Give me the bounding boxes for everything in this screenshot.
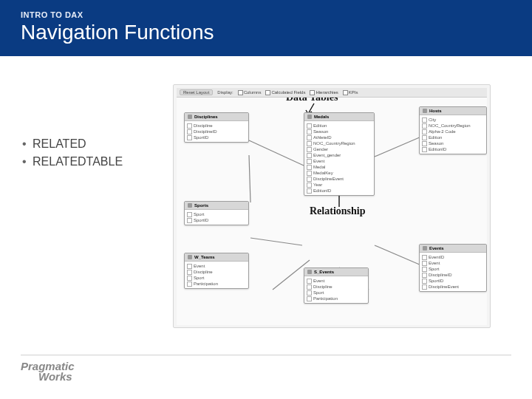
diagram-canvas: Data Tables Relationship Disciplines Dis… [177, 98, 487, 325]
field-item: Participation [187, 281, 246, 287]
field-item: Year [307, 182, 372, 188]
field-item: EventID [422, 254, 484, 260]
table-hosts[interactable]: Hosts City NOC_CountryRegion Alpha-2 Cod… [419, 106, 487, 154]
table-title: S_Events [314, 270, 334, 274]
bullet-column: RELATED RELATEDTABLE [22, 78, 170, 399]
field-item: DisciplineEvent [422, 284, 484, 290]
field-item: Sport [422, 266, 484, 272]
field-item: Edition [307, 123, 372, 129]
field-item: Sport [187, 275, 246, 281]
table-sports[interactable]: Sports Sport SportID [184, 201, 249, 225]
field-item: SportID [187, 217, 246, 223]
reset-layout-button[interactable]: Reset Layout [180, 89, 213, 95]
table-events[interactable]: Events EventID Event Sport DisciplineID … [419, 244, 487, 292]
field-item: MedalKey [307, 170, 372, 176]
diagram-toolbar: Reset Layout Display: Columns Calculated… [177, 88, 487, 98]
field-item: Gender [307, 146, 372, 152]
field-item: Participation [307, 296, 366, 301]
field-item: DisciplineID [422, 272, 484, 278]
kicker-text: INTRO TO DAX [21, 10, 511, 19]
field-item: Event_gender [307, 152, 372, 158]
field-item: NOC_CountryRegion [307, 140, 372, 146]
display-label: Display: [217, 90, 233, 95]
field-item: Event [422, 260, 484, 266]
field-item: NOC_CountryRegion [422, 123, 484, 129]
bullet-item: RELATEDTABLE [22, 155, 170, 168]
field-item: Season [307, 129, 372, 134]
field-item: Event [307, 278, 366, 284]
field-item: SportID [187, 134, 246, 140]
field-item: DisciplineEvent [307, 176, 372, 182]
field-item: Discipline [307, 284, 366, 290]
kpis-checkbox[interactable]: KPIs [343, 90, 358, 95]
bullet-list: RELATED RELATEDTABLE [22, 137, 170, 168]
diagram-column: Reset Layout Display: Columns Calculated… [170, 78, 532, 399]
slide-header: INTRO TO DAX Navigation Functions [0, 0, 532, 56]
page-title: Navigation Functions [21, 21, 511, 44]
table-title: Events [429, 246, 444, 250]
field-item: AthleteID [307, 134, 372, 140]
calcfields-checkbox[interactable]: Calculated Fields [265, 90, 305, 95]
table-disciplines[interactable]: Disciplines Discipline DisciplineID Spor… [184, 112, 249, 143]
table-title: Hosts [429, 109, 442, 113]
field-item: City [422, 117, 484, 123]
bullet-item: RELATED [22, 137, 170, 151]
diagram-screenshot: Reset Layout Display: Columns Calculated… [173, 84, 491, 328]
field-item: Edition [422, 134, 484, 140]
table-title: Sports [194, 203, 208, 208]
field-item: Discipline [187, 269, 246, 275]
table-sevents[interactable]: S_Events Event Discipline Sport Particip… [304, 267, 369, 304]
field-item: Medal [307, 164, 372, 170]
field-item: Event [187, 263, 246, 269]
slide-footer: Pragmatic Works [21, 355, 511, 381]
table-title: Disciplines [194, 115, 218, 119]
field-item: Alpha-2 Code [422, 129, 484, 134]
table-medals[interactable]: Medals Edition Season AthleteID NOC_Coun… [304, 112, 375, 196]
field-item: DisciplineID [187, 129, 246, 134]
logo-line2: Works [21, 372, 511, 382]
svg-line-4 [250, 238, 302, 245]
table-title: Medals [314, 115, 329, 119]
field-item: SportID [422, 278, 484, 284]
brand-logo: Pragmatic Works [21, 361, 511, 381]
table-wteams[interactable]: W_Teams Event Discipline Sport Participa… [184, 253, 249, 289]
field-item: Season [422, 140, 484, 146]
relationship-annotation: Relationship [310, 205, 365, 217]
slide-body: RELATED RELATEDTABLE Reset Layout Displa… [0, 56, 532, 399]
data-tables-annotation: Data Tables [286, 98, 338, 103]
hierarchies-checkbox[interactable]: Hierarchies [310, 90, 338, 95]
svg-line-0 [249, 140, 304, 166]
svg-line-1 [249, 155, 250, 202]
field-item: EditionID [307, 188, 372, 194]
field-item: EditionID [422, 146, 484, 152]
field-item: Sport [187, 211, 246, 217]
field-item: Discipline [187, 123, 246, 129]
columns-checkbox[interactable]: Columns [238, 90, 262, 95]
field-item: Sport [307, 290, 366, 296]
table-title: W_Teams [194, 255, 215, 259]
field-item: Event [307, 158, 372, 164]
